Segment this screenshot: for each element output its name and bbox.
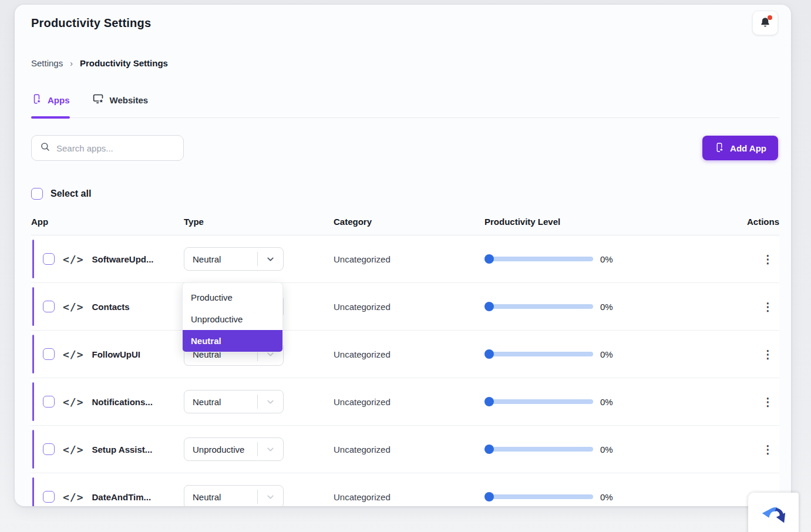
type-cell: Neutral: [184, 390, 334, 413]
page-title: Productivity Settings: [31, 5, 779, 30]
row-actions-menu-icon[interactable]: ⋮: [756, 394, 779, 410]
slider-thumb[interactable]: [484, 445, 494, 454]
slider-thumb[interactable]: [484, 254, 494, 264]
slider-track: [484, 304, 593, 309]
type-dropdown-menu: Productive Unproductive Neutral: [182, 282, 283, 352]
type-select[interactable]: Neutral: [184, 390, 284, 413]
code-icon: </>: [63, 491, 84, 503]
column-header-productivity: Productivity Level: [484, 217, 746, 227]
app-name: Notifications...: [92, 397, 153, 407]
row-checkbox[interactable]: [43, 301, 55, 312]
row-actions-menu-icon[interactable]: ⋮: [756, 299, 779, 315]
search-input[interactable]: [56, 143, 175, 153]
type-cell: Unproductive: [184, 437, 334, 461]
row-accent-bar: [32, 240, 34, 278]
row-checkbox[interactable]: [43, 253, 55, 265]
recaptcha-badge[interactable]: [748, 493, 799, 532]
productivity-slider[interactable]: [484, 254, 593, 264]
category-cell: Uncategorized: [334, 254, 484, 264]
chevron-down-icon: [258, 254, 283, 264]
slider-track: [484, 399, 593, 404]
slider-track: [484, 352, 593, 356]
productivity-percent: 0%: [600, 349, 613, 359]
category-cell: Uncategorized: [334, 302, 484, 312]
productivity-cell: 0%: [484, 397, 746, 407]
tab-bar: Apps Websites: [31, 93, 779, 117]
apps-table: App Type Category Productivity Level Act…: [31, 208, 779, 506]
slider-thumb[interactable]: [484, 349, 494, 359]
slider-track: [484, 447, 593, 452]
search-box: [31, 135, 184, 161]
productivity-cell: 0%: [484, 492, 746, 502]
breadcrumb-settings[interactable]: Settings: [31, 58, 63, 68]
column-header-category: Category: [334, 217, 484, 227]
app-cell: </> SoftwareUpd...: [31, 235, 184, 282]
add-app-label: Add App: [730, 143, 766, 153]
productivity-slider[interactable]: [484, 445, 593, 454]
row-checkbox[interactable]: [43, 396, 55, 408]
table-header: App Type Category Productivity Level Act…: [31, 208, 779, 235]
row-accent-bar: [32, 477, 34, 506]
select-all-row: Select all: [31, 188, 779, 200]
productivity-percent: 0%: [600, 302, 613, 312]
type-select[interactable]: Neutral: [184, 485, 284, 506]
row-actions-menu-icon[interactable]: ⋮: [756, 251, 779, 267]
productivity-cell: 0%: [484, 445, 746, 454]
type-select-value: Neutral: [184, 254, 257, 264]
add-app-button[interactable]: Add App: [702, 136, 778, 160]
tabs-divider: [31, 117, 779, 118]
row-checkbox[interactable]: [43, 348, 55, 360]
productivity-percent: 0%: [600, 254, 613, 264]
app-cell: </> DateAndTim...: [31, 473, 184, 506]
category-cell: Uncategorized: [334, 349, 484, 359]
row-checkbox[interactable]: [43, 443, 55, 455]
row-actions-menu-icon[interactable]: ⋮: [756, 346, 779, 362]
recaptcha-logo-icon: [760, 501, 787, 532]
tab-apps[interactable]: Apps: [31, 93, 70, 117]
monitor-star-icon: [92, 93, 105, 107]
app-name: FollowUpUI: [92, 349, 141, 359]
slider-thumb[interactable]: [484, 397, 494, 406]
productivity-slider[interactable]: [484, 492, 593, 501]
slider-thumb[interactable]: [484, 302, 494, 311]
productivity-percent: 0%: [600, 445, 613, 454]
category-cell: Uncategorized: [334, 492, 484, 502]
chevron-down-icon: [258, 397, 283, 407]
type-select-value: Neutral: [184, 397, 257, 407]
slider-thumb[interactable]: [484, 492, 494, 501]
dropdown-option-productive[interactable]: Productive: [183, 287, 282, 308]
actions-cell: ⋮: [746, 346, 779, 362]
dropdown-option-unproductive[interactable]: Unproductive: [183, 308, 282, 330]
actions-cell: ⋮: [746, 442, 779, 457]
select-all-checkbox[interactable]: [31, 188, 43, 200]
code-icon: </>: [63, 396, 84, 408]
app-cell: </> Setup Assist...: [31, 426, 184, 473]
row-checkbox[interactable]: [43, 491, 55, 503]
chevron-down-icon: [258, 492, 283, 502]
productivity-slider[interactable]: [484, 349, 593, 359]
app-cell: </> Contacts: [31, 283, 184, 330]
table-row: </> SoftwareUpd... Neutral Uncategorized: [31, 235, 779, 283]
slider-track: [484, 257, 593, 261]
column-header-actions: Actions: [746, 217, 779, 227]
breadcrumb-separator-icon: ›: [70, 59, 73, 68]
notifications-button[interactable]: [752, 11, 778, 35]
productivity-cell: 0%: [484, 302, 746, 312]
column-header-type: Type: [184, 217, 334, 227]
type-select-value: Neutral: [184, 492, 257, 502]
table-row: </> DateAndTim... Neutral Uncategorized: [31, 473, 779, 506]
productivity-slider[interactable]: [484, 397, 593, 406]
productivity-percent: 0%: [600, 397, 613, 407]
actions-cell: ⋮: [746, 251, 779, 267]
dropdown-option-neutral[interactable]: Neutral: [183, 330, 282, 352]
tab-websites[interactable]: Websites: [92, 93, 149, 117]
app-name: Contacts: [92, 302, 130, 312]
productivity-slider[interactable]: [484, 302, 593, 311]
row-accent-bar: [32, 335, 34, 373]
type-select[interactable]: Unproductive: [184, 437, 284, 461]
row-actions-menu-icon[interactable]: ⋮: [756, 442, 779, 457]
productivity-settings-card: Productivity Settings Settings › Product…: [15, 5, 791, 506]
table-row: </> FollowUpUI Neutral Uncategorized: [31, 331, 779, 378]
row-accent-bar: [32, 430, 34, 469]
type-select[interactable]: Neutral: [184, 247, 284, 271]
